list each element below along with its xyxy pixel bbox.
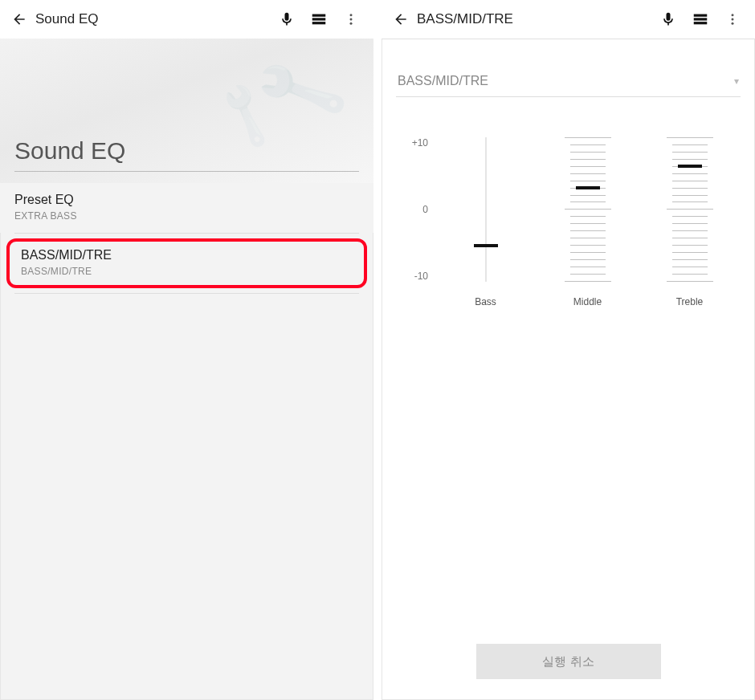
undo-button[interactable]: 실행 취소 [476, 644, 661, 679]
more-vert-icon [344, 12, 358, 26]
divider [14, 293, 359, 294]
list-icon [310, 10, 328, 28]
svg-rect-8 [694, 22, 708, 24]
chevron-down-icon: ▾ [734, 75, 739, 87]
undo-button-label: 실행 취소 [542, 654, 594, 669]
slider-ticks [667, 137, 713, 282]
svg-rect-1 [312, 18, 326, 20]
svg-point-9 [732, 14, 734, 16]
screen-bass-mid-tre: BASS/MID/TRE BASS/MID/TRE ▾ +10 0 -10 Ba… [382, 0, 755, 700]
app-bar-title: BASS/MID/TRE [417, 11, 513, 27]
back-button[interactable] [6, 6, 32, 32]
list-item-preset-eq[interactable]: Preset EQ EXTRA BASS [0, 183, 373, 233]
svg-rect-7 [694, 18, 708, 20]
divider [14, 233, 359, 234]
slider-track[interactable] [552, 137, 624, 282]
slider-thumb[interactable] [576, 186, 600, 189]
axis-min: -10 [414, 271, 428, 282]
slider-ticks [565, 137, 611, 282]
back-arrow-icon [393, 11, 409, 27]
svg-rect-0 [312, 14, 326, 17]
back-arrow-icon [11, 11, 27, 27]
axis-max: +10 [412, 137, 428, 149]
slider-track[interactable] [450, 137, 522, 282]
list-item-bass-mid-tre[interactable]: BASS/MID/TRE BASS/MID/TRE [6, 238, 367, 288]
slider-thumb[interactable] [474, 244, 498, 247]
app-bar: BASS/MID/TRE [382, 0, 755, 39]
app-bar: Sound EQ [0, 0, 373, 39]
list-view-button[interactable] [684, 3, 716, 35]
list-item-title: BASS/MID/TRE [21, 248, 353, 262]
list-icon [692, 10, 709, 28]
svg-rect-6 [694, 14, 708, 17]
voice-button[interactable] [271, 3, 303, 35]
page-title: Sound EQ [14, 137, 359, 172]
list-item-subtitle: BASS/MID/TRE [21, 266, 353, 277]
slider-thumb[interactable] [678, 165, 702, 168]
list-item-title: Preset EQ [14, 193, 359, 207]
back-button[interactable] [388, 6, 414, 32]
header-banner: 🔧 🔧 Sound EQ [0, 39, 373, 183]
svg-point-11 [732, 22, 734, 25]
screen-sound-eq: Sound EQ 🔧 🔧 Sound EQ Preset EQ EXTRA BA… [0, 0, 373, 700]
svg-point-4 [350, 18, 353, 21]
overflow-button[interactable] [335, 3, 367, 35]
app-bar-title: Sound EQ [35, 11, 98, 27]
y-axis: +10 0 -10 [396, 137, 435, 282]
more-vert-icon [725, 12, 740, 26]
svg-point-3 [350, 14, 353, 16]
dropdown-label: BASS/MID/TRE [398, 74, 488, 88]
equalizer: +10 0 -10 BassMiddleTreble [396, 137, 741, 307]
voice-button[interactable] [652, 3, 684, 35]
slider-label: Treble [676, 296, 704, 307]
slider-track[interactable] [654, 137, 726, 282]
slider-line [485, 137, 486, 282]
mic-icon [660, 11, 676, 27]
list-view-button[interactable] [303, 3, 335, 35]
slider-label: Bass [475, 296, 496, 307]
preset-dropdown[interactable]: BASS/MID/TRE ▾ [396, 69, 741, 97]
slider-middle[interactable]: Middle [552, 137, 624, 307]
list-item-subtitle: EXTRA BASS [14, 210, 359, 222]
slider-label: Middle [573, 296, 602, 307]
svg-rect-2 [312, 22, 326, 24]
slider-bass[interactable]: Bass [450, 137, 522, 307]
slider-treble[interactable]: Treble [654, 137, 726, 307]
svg-point-10 [732, 18, 734, 21]
mic-icon [279, 11, 295, 27]
axis-mid: 0 [422, 204, 428, 215]
svg-point-5 [350, 22, 353, 25]
overflow-button[interactable] [716, 3, 749, 35]
